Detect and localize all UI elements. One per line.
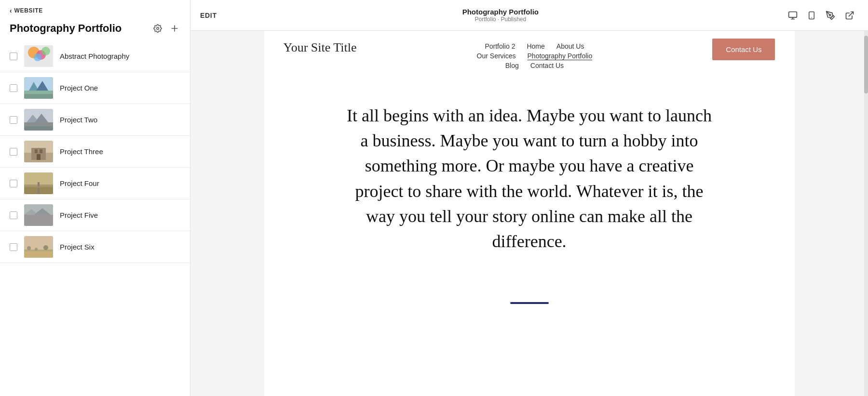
nav-link-blog[interactable]: Blog	[505, 62, 519, 69]
svg-rect-39	[789, 12, 797, 17]
topbar-center: Photography Portfolio Portfolio · Publis…	[462, 8, 539, 23]
nav-link-home[interactable]: Home	[527, 42, 544, 50]
item-label: Project Four	[60, 179, 99, 187]
nav-row-1: Portfolio 2 Home About Us	[485, 42, 584, 50]
list-item[interactable]: Project Six	[0, 231, 190, 263]
list-item[interactable]: Project Three	[0, 136, 190, 168]
item-label: Project One	[60, 84, 98, 92]
sidebar-title-actions	[152, 23, 180, 34]
svg-rect-21	[35, 149, 38, 153]
main-area: EDIT Photography Portfolio Portfolio · P…	[190, 0, 868, 396]
topbar-actions	[784, 7, 858, 24]
item-label: Project Six	[60, 243, 95, 251]
chevron-left-icon: ‹	[10, 7, 12, 14]
svg-point-0	[157, 27, 159, 30]
item-thumbnail	[24, 141, 53, 162]
svg-rect-23	[37, 154, 41, 160]
svg-rect-12	[24, 94, 53, 99]
item-thumbnail	[24, 172, 53, 194]
back-label: WEBSITE	[14, 7, 43, 14]
nav-link-services[interactable]: Our Services	[477, 52, 516, 60]
svg-rect-22	[40, 149, 42, 153]
website-preview: Your Site Title Portfolio 2 Home About U…	[264, 31, 795, 396]
item-thumbnail	[24, 236, 53, 258]
portfolio-list: Abstract Photography Project One	[0, 40, 190, 263]
nav-links: Portfolio 2 Home About Us Our Services P…	[477, 42, 593, 69]
item-label: Abstract Photography	[60, 52, 129, 60]
topbar-site-name: Photography Portfolio	[462, 8, 539, 16]
bottom-indicator	[264, 292, 795, 314]
list-item[interactable]: Project Two	[0, 104, 190, 136]
item-label: Project Three	[60, 147, 103, 156]
svg-point-38	[43, 245, 48, 250]
topbar-status: Portfolio · Published	[475, 16, 526, 23]
item-checkbox[interactable]	[10, 243, 17, 251]
item-thumbnail	[24, 45, 53, 67]
item-checkbox[interactable]	[10, 148, 17, 156]
svg-line-45	[849, 12, 853, 16]
scrollbar[interactable]	[864, 31, 868, 396]
style-button[interactable]	[822, 7, 839, 24]
open-external-button[interactable]	[841, 7, 858, 24]
edit-label: EDIT	[200, 12, 217, 19]
sidebar-header: ‹ WEBSITE	[0, 0, 190, 18]
settings-button[interactable]	[152, 23, 163, 34]
contact-us-button[interactable]: Contact Us	[712, 39, 775, 60]
item-checkbox[interactable]	[10, 84, 17, 92]
nav-row-2: Our Services Photography Portfolio	[477, 52, 593, 60]
nav-row-3: Blog Contact Us	[505, 62, 564, 69]
hero-text: It all begins with an idea. Maybe you wa…	[341, 103, 718, 254]
mobile-view-button[interactable]	[803, 7, 820, 24]
svg-point-44	[829, 14, 831, 15]
nav-link-contact[interactable]: Contact Us	[530, 62, 564, 69]
scrollbar-thumb[interactable]	[864, 36, 868, 93]
sidebar-title: Photography Portfolio	[10, 22, 122, 35]
preview-area: Your Site Title Portfolio 2 Home About U…	[190, 31, 868, 396]
list-item[interactable]: Project Five	[0, 199, 190, 231]
hero-section: It all begins with an idea. Maybe you wa…	[264, 74, 795, 292]
item-checkbox[interactable]	[10, 53, 17, 60]
topbar: EDIT Photography Portfolio Portfolio · P…	[190, 0, 868, 31]
add-item-button[interactable]	[169, 23, 180, 34]
scroll-indicator	[510, 302, 549, 304]
sidebar: ‹ WEBSITE Photography Portfolio	[0, 0, 190, 396]
item-label: Project Two	[60, 116, 97, 124]
list-item[interactable]: Abstract Photography	[0, 40, 190, 72]
svg-point-7	[41, 47, 50, 55]
item-checkbox[interactable]	[10, 211, 17, 219]
item-thumbnail	[24, 109, 53, 131]
svg-point-36	[27, 246, 31, 250]
nav-link-about[interactable]: About Us	[556, 42, 584, 50]
website-nav: Your Site Title Portfolio 2 Home About U…	[264, 31, 795, 74]
back-button[interactable]: ‹ WEBSITE	[10, 7, 43, 14]
desktop-view-button[interactable]	[784, 7, 801, 24]
item-label: Project Five	[60, 211, 98, 219]
list-item[interactable]: Project One	[0, 72, 190, 104]
item-thumbnail	[24, 77, 53, 99]
svg-rect-35	[24, 251, 53, 258]
svg-point-6	[34, 53, 41, 61]
item-checkbox[interactable]	[10, 116, 17, 124]
item-checkbox[interactable]	[10, 180, 17, 187]
svg-rect-30	[24, 215, 53, 226]
svg-point-37	[35, 248, 38, 251]
sidebar-title-row: Photography Portfolio	[0, 18, 190, 40]
nav-link-photography[interactable]: Photography Portfolio	[528, 52, 593, 60]
list-item[interactable]: Project Four	[0, 168, 190, 199]
item-thumbnail	[24, 204, 53, 226]
svg-rect-17	[24, 126, 53, 131]
site-title: Your Site Title	[284, 40, 357, 55]
nav-link-portfolio2[interactable]: Portfolio 2	[485, 42, 515, 50]
